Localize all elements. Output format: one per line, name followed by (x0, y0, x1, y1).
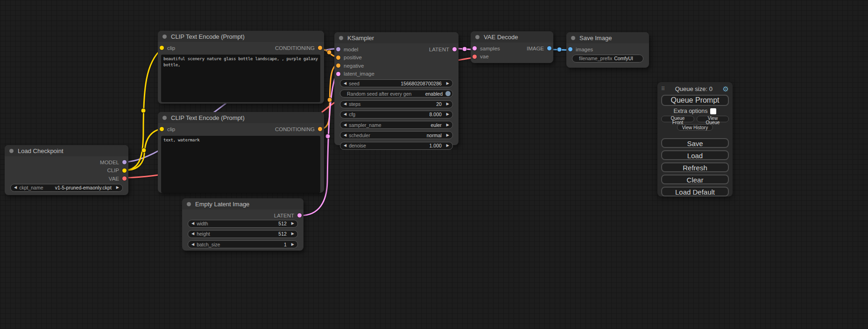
link-midpoint-dot (557, 47, 562, 52)
node-titlebar[interactable]: CLIP Text Encode (Prompt) (158, 112, 324, 123)
sampler-name-widget[interactable]: ◀ sampler_name euler ▶ (340, 121, 453, 129)
denoise-widget[interactable]: ◀ denoise 1.000 ▶ (340, 142, 453, 150)
widget-value: 20 (436, 101, 442, 107)
load-default-button[interactable]: Load Default (661, 187, 729, 196)
decrement-icon[interactable]: ◀ (191, 243, 194, 246)
settings-gear-icon[interactable]: ⚙ (723, 85, 729, 92)
conditioning-output-port[interactable] (318, 127, 322, 131)
increment-icon[interactable]: ▶ (446, 112, 449, 116)
increment-icon[interactable]: ▶ (446, 144, 449, 147)
cfg-widget[interactable]: ◀ cfg 8.000 ▶ (340, 111, 453, 119)
clip-input-port[interactable] (160, 46, 164, 50)
negative-input-port[interactable] (336, 63, 340, 68)
clear-button[interactable]: Clear (661, 175, 729, 184)
node-titlebar[interactable]: KSampler (334, 32, 459, 43)
node-titlebar[interactable]: Load Checkpoint (5, 145, 128, 156)
collapse-dot-icon[interactable] (9, 149, 14, 153)
node-save-image[interactable]: Save Image images filename_prefix ComfyU… (566, 32, 649, 68)
steps-widget[interactable]: ◀ steps 20 ▶ (340, 100, 453, 108)
node-titlebar[interactable]: VAE Decode (471, 31, 553, 42)
decrement-icon[interactable]: ◀ (344, 144, 346, 147)
refresh-button[interactable]: Refresh (661, 162, 729, 172)
decrement-icon[interactable]: ◀ (344, 112, 346, 116)
model-output-port[interactable] (122, 160, 127, 164)
output-label: LATENT (429, 47, 449, 52)
view-history-button[interactable]: View History (677, 124, 713, 131)
positive-input-port[interactable] (336, 56, 340, 60)
node-ksampler[interactable]: KSampler model LATENT positive negative … (334, 32, 459, 145)
image-output-port[interactable] (547, 46, 551, 50)
node-empty-latent-image[interactable]: Empty Latent Image LATENT ◀ width 512 ▶ … (182, 198, 303, 251)
decrement-icon[interactable]: ◀ (344, 133, 346, 137)
prompt-textarea[interactable]: text, watermark (161, 136, 320, 193)
input-label: latent_image (344, 71, 374, 77)
decrement-icon[interactable]: ◀ (14, 186, 17, 189)
decrement-icon[interactable]: ◀ (191, 232, 194, 236)
increment-icon[interactable]: ▶ (446, 123, 449, 127)
extra-options-checkbox[interactable] (710, 108, 716, 114)
widget-label: ckpt_name (19, 185, 43, 190)
increment-icon[interactable]: ▶ (446, 82, 449, 85)
port-row: CLIP (5, 167, 128, 175)
decrement-icon[interactable]: ◀ (191, 222, 194, 225)
seed-widget[interactable]: ◀ seed 156680208700286 ▶ (340, 79, 453, 87)
scheduler-widget[interactable]: ◀ scheduler normal ▶ (340, 131, 453, 139)
toggle-icon[interactable] (445, 91, 451, 96)
node-titlebar[interactable]: Empty Latent Image (182, 198, 303, 210)
clip-input-port[interactable] (160, 127, 164, 131)
ckpt-name-widget[interactable]: ◀ ckpt_name v1-5-pruned-emaonly.ckpt ▶ (10, 184, 123, 192)
node-clip-text-encode-negative[interactable]: CLIP Text Encode (Prompt) clip CONDITION… (158, 112, 324, 193)
node-titlebar[interactable]: CLIP Text Encode (Prompt) (158, 31, 324, 42)
collapse-dot-icon[interactable] (339, 36, 343, 40)
increment-icon[interactable]: ▶ (291, 222, 294, 225)
latent-output-port[interactable] (452, 47, 457, 51)
images-input-port[interactable] (568, 47, 572, 51)
decrement-icon[interactable]: ◀ (344, 123, 346, 127)
node-clip-text-encode-positive[interactable]: CLIP Text Encode (Prompt) clip CONDITION… (158, 31, 324, 104)
widget-value: 1.000 (430, 143, 442, 148)
collapse-dot-icon[interactable] (571, 36, 575, 40)
increment-icon[interactable]: ▶ (291, 243, 294, 246)
node-graph-canvas[interactable]: Load Checkpoint MODEL CLIP VAE ◀ ckpt_na… (0, 0, 868, 329)
increment-icon[interactable]: ▶ (291, 232, 294, 236)
increment-icon[interactable]: ▶ (116, 186, 119, 189)
filename-prefix-widget[interactable]: filename_prefix ComfyUI (572, 55, 643, 63)
view-queue-button[interactable]: View Queue (697, 116, 729, 122)
conditioning-output-port[interactable] (318, 46, 322, 50)
collapse-dot-icon[interactable] (475, 35, 480, 39)
prompt-textarea[interactable]: beautiful scenery nature glass bottle la… (161, 55, 320, 102)
node-title: KSampler (347, 35, 374, 42)
samples-input-port[interactable] (473, 46, 477, 50)
node-title: Save Image (579, 35, 612, 42)
node-titlebar[interactable]: Save Image (566, 32, 649, 43)
save-button[interactable]: Save (661, 138, 729, 148)
drag-handle-icon[interactable]: ⠿ (661, 86, 665, 92)
batch-size-widget[interactable]: ◀ batch_size 1 ▶ (188, 240, 298, 248)
collapse-dot-icon[interactable] (162, 116, 167, 120)
node-load-checkpoint[interactable]: Load Checkpoint MODEL CLIP VAE ◀ ckpt_na… (5, 145, 128, 195)
increment-icon[interactable]: ▶ (446, 133, 449, 137)
model-input-port[interactable] (336, 47, 340, 51)
increment-icon[interactable]: ▶ (446, 102, 449, 106)
random-seed-widget[interactable]: Random seed after every gen enabled (340, 90, 453, 98)
extra-options-label: Extra options (674, 108, 708, 114)
port-row: MODEL (5, 158, 128, 167)
clip-output-port[interactable] (122, 168, 127, 173)
node-title: Empty Latent Image (195, 201, 249, 208)
vae-input-port[interactable] (473, 55, 477, 59)
collapse-dot-icon[interactable] (162, 35, 167, 39)
queue-front-button[interactable]: Queue Front (661, 116, 694, 122)
load-button[interactable]: Load (661, 150, 729, 160)
node-vae-decode[interactable]: VAE Decode samples IMAGE vae (471, 31, 553, 63)
decrement-icon[interactable]: ◀ (344, 102, 346, 106)
width-widget[interactable]: ◀ width 512 ▶ (188, 220, 298, 228)
queue-prompt-button[interactable]: Queue Prompt (661, 95, 729, 106)
link-midpoint-dot (327, 98, 332, 102)
collapse-dot-icon[interactable] (187, 202, 191, 206)
height-widget[interactable]: ◀ height 512 ▶ (188, 230, 298, 238)
latent-output-port[interactable] (297, 213, 302, 217)
widget-label: width (197, 221, 208, 226)
latent-image-input-port[interactable] (336, 72, 340, 76)
vae-output-port[interactable] (122, 176, 127, 181)
decrement-icon[interactable]: ◀ (344, 82, 346, 85)
